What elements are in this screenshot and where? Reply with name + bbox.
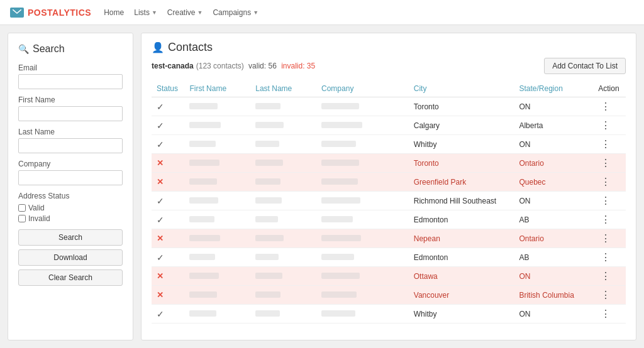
- company-cell: [316, 210, 409, 229]
- lastname-cell: [250, 116, 316, 135]
- firstname-label: First Name: [18, 95, 123, 104]
- invalid-icon: ✕: [157, 290, 164, 300]
- company-cell: [316, 135, 409, 154]
- invalid-checkbox[interactable]: [18, 215, 26, 222]
- action-menu-button[interactable]: ⋮: [598, 214, 613, 225]
- sidebar: 🔍 Search Email First Name Last Name Comp…: [8, 33, 133, 340]
- clear-search-button[interactable]: Clear Search: [18, 269, 123, 286]
- city-cell: Nepean: [409, 229, 514, 248]
- nav-campaigns[interactable]: Campaigns ▼: [213, 6, 258, 19]
- status-cell: ✕: [152, 154, 184, 173]
- firstname-cell: [184, 286, 250, 305]
- lastname-cell: [250, 173, 316, 192]
- address-status-label: Address Status: [18, 192, 123, 200]
- action-menu-button[interactable]: ⋮: [598, 158, 613, 168]
- table-header: Status First Name Last Name Company City…: [152, 80, 626, 97]
- firstname-cell: [184, 229, 250, 248]
- action-menu-button[interactable]: ⋮: [598, 271, 613, 281]
- valid-icon: ✓: [157, 139, 164, 150]
- action-menu-button[interactable]: ⋮: [598, 308, 613, 319]
- lastname-cell: [250, 192, 316, 210]
- download-button[interactable]: Download: [18, 249, 123, 266]
- city-cell: Greenfield Park: [409, 173, 514, 192]
- city-cell: Ottawa: [409, 267, 514, 286]
- firstname-cell: [184, 210, 250, 229]
- action-cell: ⋮: [593, 286, 626, 305]
- valid-icon: ✓: [157, 102, 164, 112]
- action-cell: ⋮: [593, 229, 626, 248]
- city-cell: Edmonton: [409, 210, 514, 229]
- col-firstname: First Name: [184, 80, 250, 97]
- action-cell: ⋮: [593, 305, 626, 324]
- company-cell: [316, 192, 409, 210]
- total-contacts: (123 contacts): [196, 62, 244, 70]
- action-menu-button[interactable]: ⋮: [598, 252, 613, 263]
- company-cell: [316, 305, 409, 324]
- table-row: ✓WhitbyON⋮: [152, 135, 626, 154]
- search-button[interactable]: Search: [18, 229, 123, 246]
- email-input[interactable]: [18, 74, 123, 89]
- firstname-cell: [184, 135, 250, 154]
- firstname-cell: [184, 248, 250, 267]
- status-cell: ✓: [152, 97, 184, 116]
- table-row: ✕Greenfield ParkQuebec⋮: [152, 173, 626, 192]
- lastname-group: Last Name: [18, 128, 123, 153]
- navbar: POSTALYTICS Home Lists ▼ Creative ▼ Camp…: [0, 0, 644, 25]
- content-panel: 👤 Contacts test-canada (123 contacts) va…: [141, 33, 636, 340]
- action-cell: ⋮: [593, 135, 626, 154]
- invalid-checkbox-label[interactable]: Invalid: [18, 214, 123, 223]
- status-cell: ✓: [152, 192, 184, 210]
- action-cell: ⋮: [593, 116, 626, 135]
- add-contact-button[interactable]: Add Contact To List: [544, 58, 626, 74]
- lastname-cell: [250, 210, 316, 229]
- company-cell: [316, 229, 409, 248]
- action-menu-button[interactable]: ⋮: [598, 120, 613, 131]
- status-cell: ✓: [152, 135, 184, 154]
- action-cell: ⋮: [593, 248, 626, 267]
- action-menu-button[interactable]: ⋮: [598, 233, 613, 244]
- status-cell: ✓: [152, 210, 184, 229]
- table-row: ✓TorontoON⋮: [152, 97, 626, 116]
- lastname-label: Last Name: [18, 128, 123, 136]
- lastname-cell: [250, 229, 316, 248]
- firstname-group: First Name: [18, 95, 123, 121]
- status-cell: ✕: [152, 286, 184, 305]
- nav-home[interactable]: Home: [104, 6, 124, 19]
- city-cell: Richmond Hill Southeast: [409, 192, 514, 210]
- company-input[interactable]: [18, 170, 123, 185]
- sidebar-title: 🔍 Search: [18, 43, 123, 55]
- lastname-input[interactable]: [18, 138, 123, 153]
- city-cell: Calgary: [409, 116, 514, 135]
- action-menu-button[interactable]: ⋮: [598, 195, 613, 206]
- company-cell: [316, 248, 409, 267]
- table-row: ✕TorontoOntario⋮: [152, 154, 626, 173]
- email-group: Email: [18, 63, 123, 89]
- firstname-input[interactable]: [18, 106, 123, 121]
- nav-creative[interactable]: Creative ▼: [167, 6, 203, 19]
- invalid-icon: ✕: [157, 271, 164, 281]
- action-cell: ⋮: [593, 210, 626, 229]
- company-cell: [316, 267, 409, 286]
- action-cell: ⋮: [593, 97, 626, 116]
- col-status: Status: [152, 80, 184, 97]
- state-cell: Quebec: [514, 173, 593, 192]
- action-cell: ⋮: [593, 267, 626, 286]
- table-row: ✓CalgaryAlberta⋮: [152, 116, 626, 135]
- company-group: Company: [18, 160, 123, 185]
- action-menu-button[interactable]: ⋮: [598, 290, 613, 300]
- state-cell: ON: [514, 267, 593, 286]
- nav-lists[interactable]: Lists ▼: [134, 6, 157, 19]
- action-menu-button[interactable]: ⋮: [598, 101, 613, 112]
- invalid-count-label: invalid: 35: [279, 62, 315, 70]
- state-cell: Ontario: [514, 154, 593, 173]
- action-menu-button[interactable]: ⋮: [598, 139, 613, 150]
- table-body: ✓TorontoON⋮✓CalgaryAlberta⋮✓WhitbyON⋮✕To…: [152, 97, 626, 324]
- table-row: ✓EdmontonAB⋮: [152, 248, 626, 267]
- valid-checkbox[interactable]: [18, 204, 26, 212]
- logo-icon: [10, 8, 24, 18]
- col-state: State/Region: [514, 80, 593, 97]
- valid-checkbox-label[interactable]: Valid: [18, 204, 123, 212]
- action-menu-button[interactable]: ⋮: [598, 177, 613, 187]
- firstname-cell: [184, 97, 250, 116]
- firstname-cell: [184, 173, 250, 192]
